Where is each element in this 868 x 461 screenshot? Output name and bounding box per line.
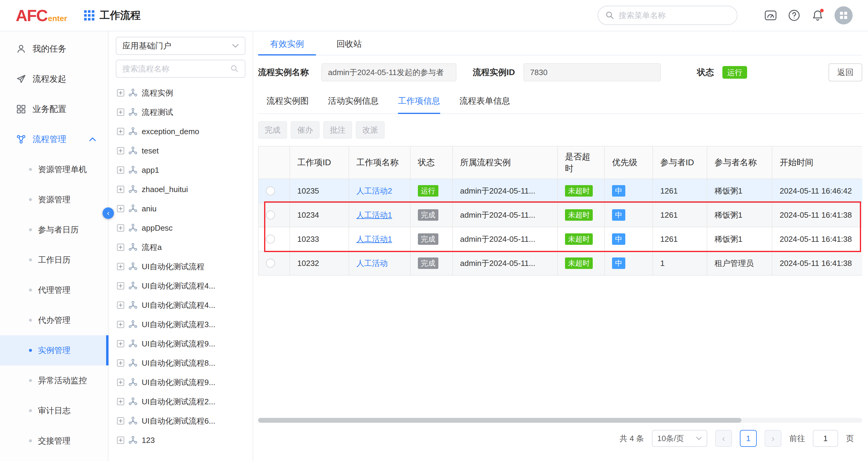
goto-page-input[interactable] — [813, 430, 838, 447]
expand-plus-icon[interactable] — [117, 244, 124, 251]
sidebar-subitem[interactable]: 实例管理 — [0, 335, 108, 365]
expand-plus-icon[interactable] — [117, 128, 124, 135]
expand-plus-icon[interactable] — [117, 166, 124, 174]
process-cluster-icon — [128, 88, 137, 97]
help-icon[interactable] — [787, 9, 801, 22]
expand-plus-icon[interactable] — [117, 147, 124, 154]
tree-item[interactable]: 流程实例 — [116, 83, 245, 102]
sidebar-item-business-config[interactable]: 业务配置 — [0, 94, 108, 124]
app-portal-select[interactable]: 应用基础门户 — [116, 37, 245, 55]
workitem-name-link[interactable]: 人工活动 — [356, 259, 388, 268]
tree-item[interactable]: teset — [116, 141, 245, 160]
process-search-box[interactable] — [116, 60, 245, 78]
tree-item[interactable]: 流程a — [116, 238, 245, 257]
prev-page-button[interactable]: ‹ — [715, 430, 732, 447]
scrollbar-thumb[interactable] — [258, 418, 741, 423]
tree-item[interactable]: UI自动化测试流程2... — [116, 392, 245, 411]
tree-item[interactable]: aniu — [116, 199, 245, 218]
sidebar-subitem[interactable]: 交接管理 — [0, 426, 108, 456]
detail-tab-item[interactable]: 工作项信息 — [398, 90, 440, 113]
row-radio[interactable] — [266, 235, 275, 244]
detail-tab-item[interactable]: 活动实例信息 — [328, 90, 379, 113]
next-page-button[interactable]: › — [765, 430, 781, 447]
back-button[interactable]: 返回 — [829, 63, 862, 82]
toolbar-button[interactable]: 催办 — [291, 121, 319, 139]
collapse-panel-button[interactable]: ‹ — [102, 208, 114, 219]
sidebar-subitem[interactable]: 审计日志 — [0, 396, 108, 426]
sidebar-subitem[interactable]: 资源管理单机 — [0, 154, 108, 185]
sidebar-item-process-start[interactable]: 流程发起 — [0, 64, 108, 94]
tree-item[interactable]: UI自动化测试流程6... — [116, 411, 245, 431]
sidebar-subitem[interactable]: 代办管理 — [0, 305, 108, 335]
current-page-button[interactable]: 1 — [740, 430, 757, 447]
afcenter-logo[interactable]: AFC enter — [16, 6, 67, 25]
instance-id-field[interactable] — [523, 63, 661, 82]
expand-plus-icon[interactable] — [117, 321, 124, 328]
table-row[interactable]: 10234 人工活动1 完成 admin于2024-05-11... 未超时 中… — [258, 203, 862, 227]
avatar[interactable] — [835, 6, 852, 24]
tree-item[interactable]: zhaoel_huitui — [116, 180, 245, 199]
expand-plus-icon[interactable] — [117, 282, 124, 289]
tab-item[interactable]: 有效实例 — [258, 33, 316, 55]
app-switcher[interactable]: 工作流程 — [84, 8, 141, 22]
toolbar-button[interactable]: 完成 — [258, 121, 287, 139]
table-row[interactable]: 10232 人工活动 完成 admin于2024-05-11... 未超时 中 … — [258, 251, 862, 275]
table-row[interactable]: 10233 人工活动1 完成 admin于2024-05-11... 未超时 中… — [258, 227, 862, 251]
row-radio[interactable] — [266, 259, 275, 268]
expand-plus-icon[interactable] — [117, 89, 124, 96]
tree-item[interactable]: UI自动化测试流程3... — [116, 315, 245, 334]
instance-name-field[interactable] — [321, 63, 457, 82]
expand-plus-icon[interactable] — [117, 186, 124, 193]
tree-item[interactable]: 123 — [116, 431, 245, 450]
menu-search-box[interactable] — [597, 6, 738, 25]
sidebar-item-my-tasks[interactable]: 我的任务 — [0, 34, 108, 64]
status-label: 状态 — [697, 67, 714, 78]
menu-search-input[interactable] — [619, 11, 730, 20]
tree-item[interactable]: UI自动化测试流程8... — [116, 354, 245, 373]
table-row[interactable]: 10235 人工活动2 运行 admin于2024-05-11... 未超时 中… — [258, 179, 862, 203]
expand-plus-icon[interactable] — [117, 302, 124, 309]
workitem-name-link[interactable]: 人工活动2 — [356, 186, 392, 195]
expand-plus-icon[interactable] — [117, 224, 124, 232]
expand-plus-icon[interactable] — [117, 379, 124, 386]
sidebar-subitem[interactable]: 参与者日历 — [0, 215, 108, 245]
workitem-name-link[interactable]: 人工活动1 — [356, 235, 392, 244]
row-radio[interactable] — [266, 186, 275, 195]
tree-item[interactable]: app1 — [116, 160, 245, 180]
sidebar-group-process-management[interactable]: 流程管理 — [0, 124, 108, 154]
expand-plus-icon[interactable] — [117, 263, 124, 270]
process-cluster-icon — [128, 146, 137, 155]
detail-tab-item[interactable]: 流程表单信息 — [460, 90, 510, 113]
tree-item[interactable]: appDesc — [116, 218, 245, 238]
tree-item[interactable]: 流程测试 — [116, 102, 245, 122]
expand-plus-icon[interactable] — [117, 398, 124, 405]
expand-plus-icon[interactable] — [117, 109, 124, 116]
sidebar-subitem[interactable]: 资源管理 — [0, 185, 108, 215]
toolbar-button[interactable]: 改派 — [356, 121, 385, 139]
expand-plus-icon[interactable] — [117, 205, 124, 212]
tree-item[interactable]: UI自动化测试流程9... — [116, 334, 245, 354]
expand-plus-icon[interactable] — [117, 359, 124, 367]
tree-item[interactable]: UI自动化测试流程 — [116, 257, 245, 276]
bell-icon[interactable] — [811, 9, 824, 22]
tab-item[interactable]: 回收站 — [324, 33, 374, 55]
expand-plus-icon[interactable] — [117, 417, 124, 425]
monitor-icon[interactable] — [764, 9, 777, 22]
expand-plus-icon[interactable] — [117, 340, 124, 347]
tree-item[interactable]: UI自动化测试流程4... — [116, 296, 245, 315]
tree-item[interactable]: UI自动化测试流程4... — [116, 276, 245, 296]
process-search-input[interactable] — [122, 64, 227, 73]
app-grid-icon[interactable] — [84, 10, 94, 21]
logo-text-secondary: enter — [48, 14, 67, 23]
detail-tab-item[interactable]: 流程实例图 — [267, 90, 309, 113]
sidebar-subitem[interactable]: 代理管理 — [0, 275, 108, 305]
page-size-select[interactable]: 10条/页 — [652, 430, 707, 447]
tree-item[interactable]: exception_demo — [116, 122, 245, 141]
sidebar-subitem[interactable]: 工作日历 — [0, 245, 108, 275]
workitem-name-link[interactable]: 人工活动1 — [356, 211, 392, 219]
expand-plus-icon[interactable] — [117, 437, 124, 444]
tree-item[interactable]: UI自动化测试流程9... — [116, 373, 245, 392]
row-radio[interactable] — [266, 211, 275, 219]
toolbar-button[interactable]: 批注 — [323, 121, 352, 139]
sidebar-subitem[interactable]: 异常活动监控 — [0, 365, 108, 396]
